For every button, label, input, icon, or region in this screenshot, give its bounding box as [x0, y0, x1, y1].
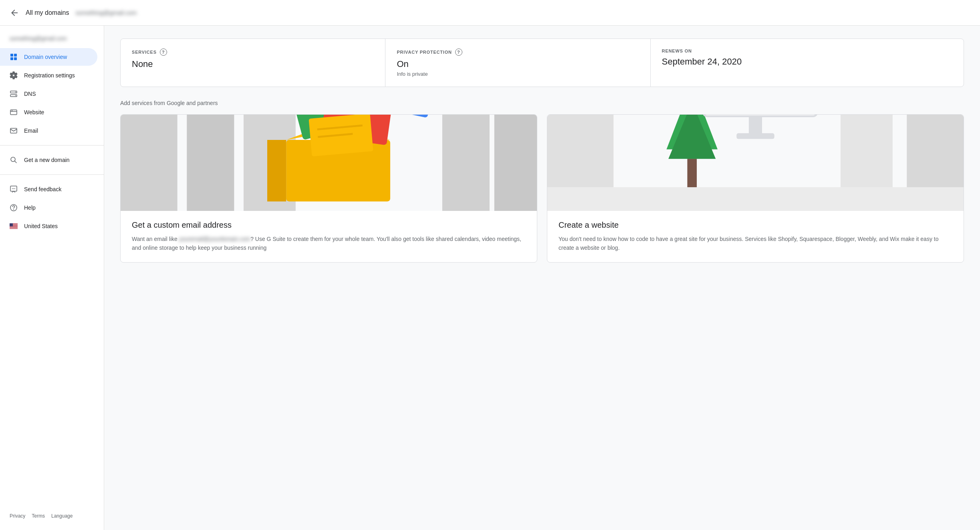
sidebar-divider-2	[0, 174, 104, 175]
services-heading: Add services from Google and partners	[120, 100, 964, 106]
privacy-value: On	[397, 59, 639, 69]
sidebar-item-label: DNS	[24, 91, 36, 97]
sidebar-item-label: Website	[24, 109, 44, 115]
svg-rect-37	[187, 115, 234, 211]
feedback-icon	[10, 185, 18, 193]
sidebar-domain: something@gmail.com	[0, 32, 104, 48]
gear-icon	[10, 71, 18, 79]
cards-row: Get a custom email address Want an email…	[120, 114, 964, 263]
layout: something@gmail.com Domain overview	[0, 26, 980, 530]
website-card-desc: You don't need to know how to code to ha…	[559, 235, 952, 253]
svg-rect-31	[10, 228, 18, 228]
sidebar-item-label: Email	[24, 127, 38, 134]
search-icon	[10, 156, 18, 164]
help-icon	[10, 204, 18, 212]
dns-icon	[10, 90, 18, 98]
sidebar-item-domain-overview[interactable]: Domain overview	[0, 48, 97, 66]
email-icon	[10, 127, 18, 135]
sidebar-item-label: Send feedback	[24, 186, 61, 192]
privacy-link[interactable]: Privacy	[10, 513, 25, 519]
email-illustration	[121, 115, 537, 211]
svg-point-6	[15, 92, 16, 93]
website-icon	[10, 108, 18, 116]
sidebar-footer: Privacy Terms Language	[0, 502, 104, 524]
sidebar-item-help[interactable]: Help	[0, 199, 97, 216]
privacy-label: PRIVACY PROTECTION ?	[397, 49, 639, 56]
renews-label: RENEWS ON	[662, 49, 952, 53]
svg-rect-2	[10, 57, 13, 60]
email-service-card[interactable]: Get a custom email address Want an email…	[120, 114, 537, 263]
svg-rect-35	[121, 115, 177, 211]
sidebar-item-label: Get a new domain	[24, 157, 70, 163]
sidebar-footer-links: Privacy Terms Language	[0, 508, 104, 524]
services-label: SERVICES ?	[132, 49, 374, 56]
website-service-card[interactable]: Create a website You don't need to know …	[547, 114, 964, 263]
svg-point-16	[13, 188, 14, 189]
website-card-title: Create a website	[559, 220, 952, 230]
svg-line-13	[15, 161, 17, 163]
email-card-title: Get a custom email address	[132, 220, 526, 230]
privacy-help-icon[interactable]: ?	[455, 49, 462, 56]
svg-rect-70	[687, 159, 697, 187]
svg-rect-78	[704, 115, 817, 116]
services-value: None	[132, 59, 374, 69]
svg-rect-88	[749, 116, 762, 135]
svg-rect-45	[494, 115, 537, 211]
svg-rect-89	[736, 133, 774, 139]
svg-rect-29	[10, 227, 18, 227]
services-help-icon[interactable]: ?	[160, 49, 167, 56]
privacy-sub: Info is private	[397, 71, 639, 77]
svg-rect-33	[10, 229, 18, 229]
svg-rect-30	[10, 227, 18, 228]
svg-rect-8	[10, 110, 17, 115]
sidebar-item-website[interactable]: Website	[0, 103, 97, 121]
sidebar-nav: Domain overview Registration settings	[0, 48, 104, 235]
services-section: SERVICES ? None	[121, 39, 385, 87]
svg-point-7	[15, 95, 16, 96]
email-card-desc: Want an email like youremail@yourdomain.…	[132, 235, 526, 253]
renews-value: September 24, 2020	[662, 57, 952, 67]
language-link[interactable]: Language	[51, 513, 73, 519]
sidebar-item-registration-settings[interactable]: Registration settings	[0, 67, 97, 84]
sidebar: something@gmail.com Domain overview	[0, 26, 104, 530]
sidebar-item-label: Registration settings	[24, 72, 75, 79]
sidebar-item-email[interactable]: Email	[0, 122, 97, 140]
renews-section: RENEWS ON September 24, 2020	[651, 39, 964, 87]
grid-icon	[10, 53, 18, 61]
svg-rect-1	[14, 54, 17, 57]
svg-point-17	[14, 188, 15, 189]
svg-rect-11	[10, 128, 17, 133]
sidebar-item-label: United States	[24, 223, 58, 229]
sidebar-item-send-feedback[interactable]: Send feedback	[0, 180, 97, 198]
main-content: SERVICES ? None PRIVACY PROTECTION ? On …	[104, 26, 980, 530]
svg-rect-42	[442, 115, 490, 211]
sidebar-divider	[0, 145, 104, 146]
sidebar-item-united-states[interactable]: United States	[0, 217, 97, 235]
svg-rect-34	[10, 223, 13, 227]
topbar-title: All my domains	[26, 9, 69, 16]
info-card: SERVICES ? None PRIVACY PROTECTION ? On …	[120, 38, 964, 87]
privacy-section: PRIVACY PROTECTION ? On Info is private	[385, 39, 650, 87]
sidebar-item-label: Help	[24, 204, 36, 211]
email-card-content: Get a custom email address Want an email…	[121, 211, 537, 262]
svg-rect-0	[10, 54, 13, 57]
svg-point-15	[12, 188, 13, 189]
sidebar-item-get-new-domain[interactable]: Get a new domain	[0, 151, 97, 169]
terms-link[interactable]: Terms	[32, 513, 45, 519]
back-button[interactable]	[10, 8, 19, 18]
svg-marker-47	[267, 140, 286, 201]
svg-rect-28	[10, 227, 18, 227]
topbar: All my domains something@gmail.com	[0, 0, 980, 26]
flag-icon	[10, 222, 18, 230]
sidebar-item-dns[interactable]: DNS	[0, 85, 97, 103]
svg-point-19	[13, 209, 14, 210]
svg-rect-69	[547, 187, 964, 211]
svg-rect-3	[14, 57, 17, 60]
website-card-content: Create a website You don't need to know …	[547, 211, 964, 262]
website-illustration	[547, 115, 964, 211]
topbar-domain: something@gmail.com	[75, 9, 137, 16]
sidebar-item-label: Domain overview	[24, 54, 67, 60]
svg-rect-32	[10, 228, 18, 229]
